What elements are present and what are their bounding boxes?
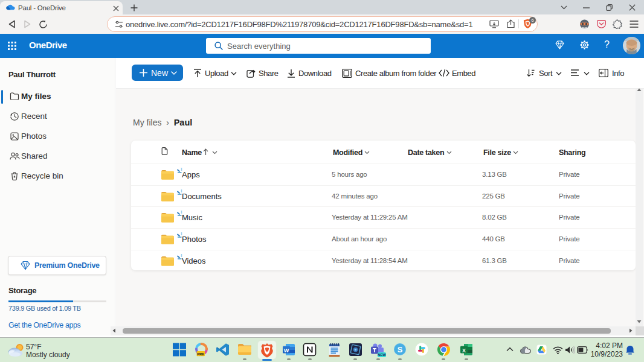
svg-text:X: X [462,348,466,354]
svg-text:NEW: NEW [378,353,386,357]
svg-text:W: W [284,348,289,354]
svg-text:6: 6 [531,17,533,23]
svg-text:S: S [398,345,403,354]
svg-text:PRE: PRE [197,352,204,356]
